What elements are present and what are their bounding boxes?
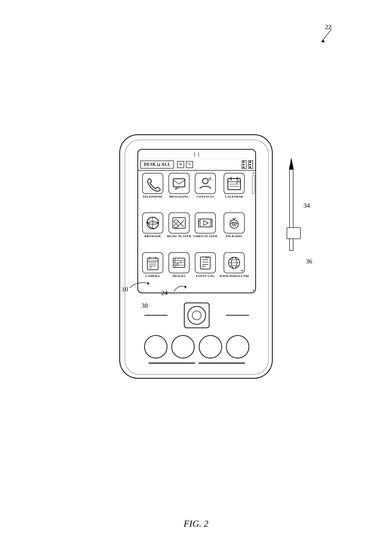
contacts-label: CONTACTS xyxy=(196,195,214,198)
figure-label: FIG. 2 xyxy=(184,518,209,529)
messaging-icon xyxy=(171,175,187,192)
ref-34: 34 xyxy=(304,202,310,209)
filmstrip-hole-6 xyxy=(249,166,251,168)
pencil-icon-box[interactable]: ✎ xyxy=(186,161,193,168)
music-icon xyxy=(171,215,187,231)
ref-38: 38 xyxy=(141,302,148,309)
browser-icon-box[interactable] xyxy=(142,213,163,233)
func-button-2[interactable] xyxy=(171,335,195,358)
images-icon-box[interactable]: ♬ ♩ xyxy=(169,252,189,273)
filmstrip-icon-2[interactable] xyxy=(248,160,253,169)
browser-label: BROWSER xyxy=(145,234,161,238)
screen-content: DESK ⊔ ALL ✉ ✎ xyxy=(138,159,255,293)
www-icon-box[interactable]: 18 xyxy=(224,252,245,273)
device: ❘❘ DESK ⊔ ALL ✉ xyxy=(108,134,284,390)
toolbar-row: DESK ⊔ ALL ✉ ✎ xyxy=(138,159,255,171)
bottom-line-right xyxy=(199,363,245,363)
svg-text:♬: ♬ xyxy=(176,262,179,267)
svg-line-6 xyxy=(208,178,211,179)
desk-label: DESK ⊔ ALL xyxy=(140,161,174,169)
soft-key-row xyxy=(138,300,256,330)
app-video-player[interactable]: VIDEO PLAYER xyxy=(193,213,217,250)
svg-line-3 xyxy=(173,180,179,184)
filmstrip-icon-1[interactable] xyxy=(242,160,246,169)
svg-rect-2 xyxy=(173,179,185,187)
messaging-label: MESSAGING xyxy=(169,195,189,198)
filmstrip-group xyxy=(242,160,253,169)
app-telephone[interactable]: TELEPHONE xyxy=(140,173,165,211)
screen-main: TELEPHONE xyxy=(138,171,255,293)
screen-top-bar: ❘❘ xyxy=(138,150,255,159)
contacts-icon xyxy=(197,175,213,192)
pencil-icon: ✎ xyxy=(188,163,191,166)
calendar-label: CALENDAR xyxy=(225,195,243,198)
app-messaging[interactable]: MESSAGING xyxy=(167,173,191,211)
app-calendar[interactable]: CALENDAR xyxy=(219,173,249,211)
music-player-label: MUSIC PLAYER xyxy=(167,234,191,238)
soft-key-right[interactable] xyxy=(226,315,249,316)
event-log-icon xyxy=(197,255,213,271)
soft-key-left[interactable] xyxy=(144,315,168,316)
ref-36: 36 xyxy=(306,258,312,265)
toolbar-icons: ✉ ✎ xyxy=(177,161,193,168)
calendar-icon xyxy=(226,175,242,192)
app-browser[interactable]: BROWSER xyxy=(140,213,165,250)
app-grid: TELEPHONE xyxy=(138,171,251,293)
music-icon-box[interactable] xyxy=(169,213,189,233)
svg-line-7 xyxy=(209,180,212,180)
www-icon xyxy=(226,255,242,271)
scroll-thumb[interactable] xyxy=(252,175,254,194)
func-button-4[interactable] xyxy=(226,335,249,358)
nav-button[interactable] xyxy=(184,303,210,328)
svg-point-19 xyxy=(174,224,178,228)
messaging-icon-box[interactable] xyxy=(169,173,189,194)
filmstrip-hole-3 xyxy=(243,166,244,168)
func-button-1[interactable] xyxy=(144,335,167,358)
telephone-icon xyxy=(145,175,161,192)
all-text: ALL xyxy=(161,162,171,167)
svg-line-34 xyxy=(230,220,231,221)
filmstrip-hole-2 xyxy=(243,164,244,165)
stylus-tip xyxy=(289,158,294,169)
func-button-3[interactable] xyxy=(199,335,222,358)
scrollbar[interactable]: ▲ ▼ xyxy=(251,171,255,293)
radio-icon-box[interactable] xyxy=(224,213,245,233)
nav-joystick[interactable] xyxy=(188,306,206,325)
camera-icon-box[interactable]: ♫ xyxy=(142,252,163,273)
camera-label: CAMERA xyxy=(146,274,160,278)
svg-point-5 xyxy=(203,178,208,184)
app-event-log[interactable]: EVENT LOG xyxy=(193,252,217,290)
email-icon: ✉ xyxy=(179,163,182,166)
browser-icon xyxy=(145,215,161,231)
svg-point-18 xyxy=(174,220,178,223)
svg-line-0 xyxy=(322,29,331,41)
video-icon xyxy=(197,215,213,231)
telephone-icon-box[interactable] xyxy=(142,173,163,194)
svg-text:♩: ♩ xyxy=(180,260,182,263)
svg-text:♫: ♫ xyxy=(149,265,152,270)
video-player-label: VIDEO PLAYER xyxy=(193,234,217,238)
nav-center[interactable] xyxy=(192,311,201,320)
contacts-icon-box[interactable] xyxy=(195,173,216,194)
scroll-down-arrow[interactable]: ▼ xyxy=(252,289,254,292)
telephone-label: TELEPHONE xyxy=(143,195,163,198)
controls-area xyxy=(138,298,256,370)
svg-marker-61 xyxy=(184,286,187,288)
fm-radio-label: FM RADIO xyxy=(226,234,242,238)
app-fm-radio[interactable]: FM RADIO xyxy=(219,213,249,250)
app-contacts[interactable]: CONTACTS xyxy=(193,173,217,211)
event-log-icon-box[interactable] xyxy=(195,252,216,273)
ref-10-arrow xyxy=(123,279,151,290)
video-icon-box[interactable] xyxy=(195,213,216,233)
ref-18-inline: 18 xyxy=(241,269,243,272)
email-icon-box[interactable]: ✉ xyxy=(177,161,184,168)
app-music-player[interactable]: MUSIC PLAYER xyxy=(167,213,191,250)
signal-icon: ❘❘ xyxy=(193,151,201,157)
svg-marker-29 xyxy=(204,221,208,225)
bottom-lines xyxy=(138,363,256,363)
www-label: WWW.NOKIA.COM xyxy=(219,274,249,278)
calendar-icon-box[interactable] xyxy=(224,173,245,194)
app-www[interactable]: 18 WWW.NOKIA.COM xyxy=(219,252,249,290)
scroll-area: TELEPHONE xyxy=(138,171,251,293)
scroll-up-arrow[interactable]: ▲ xyxy=(252,171,255,174)
